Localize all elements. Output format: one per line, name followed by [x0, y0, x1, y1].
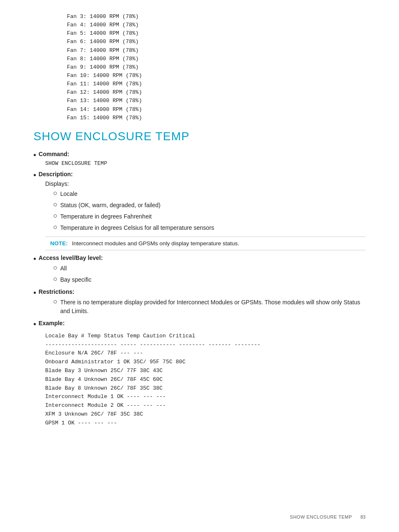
access-section: • Access level/Bay level: AllBay specifi… [33, 254, 366, 284]
page-footer: SHOW ENCLOSURE TEMP 83 [290, 514, 366, 519]
fan-list-item: Fan 5: 14000 RPM (78%) [67, 29, 366, 38]
table-row: Interconnect Module 2 OK ---- --- --- [45, 401, 366, 410]
description-text: Displays: [45, 180, 366, 187]
command-label: • Command: [33, 151, 366, 159]
example-table: Locale Bay # Temp Status Temp Caution Cr… [45, 332, 366, 428]
table-row: Interconnect Module 1 OK ---- --- --- [45, 393, 366, 401]
footer-page: 83 [361, 514, 366, 519]
command-value: SHOW ENCLOSURE TEMP [45, 160, 366, 167]
list-item: Temperature in degrees Fahrenheit [54, 212, 366, 221]
footer-label: SHOW ENCLOSURE TEMP [290, 514, 352, 519]
access-list: AllBay specific [54, 264, 366, 284]
fan-list-item: Fan 15: 14000 RPM (78%) [67, 114, 366, 122]
fan-list-item: Fan 13: 14000 RPM (78%) [67, 97, 366, 105]
bullet-dot-access: • [33, 255, 36, 262]
command-content: SHOW ENCLOSURE TEMP [45, 160, 366, 167]
table-row: Onboard Administrator 1 OK 35C/ 95F 75C … [45, 358, 366, 367]
bullet-dot-restrictions: • [33, 289, 36, 296]
fan-list-item: Fan 14: 14000 RPM (78%) [67, 105, 366, 114]
fan-list-item: Fan 11: 14000 RPM (78%) [67, 80, 366, 88]
table-row: GPSM 1 OK ---- --- --- [45, 419, 366, 428]
description-content: Displays: LocaleStatus (OK, warm, degrad… [45, 180, 366, 250]
circle-bullet-icon [54, 192, 57, 195]
circle-bullet-icon [54, 226, 57, 229]
table-row: Blade Bay 3 Unknown 25C/ 77F 38C 43C [45, 367, 366, 375]
access-label: • Access level/Bay level: [33, 254, 366, 262]
note-text: Interconnect modules and GPSMs only disp… [72, 240, 239, 247]
note-box: NOTE: Interconnect modules and GPSMs onl… [45, 236, 366, 250]
list-item: Locale [54, 190, 366, 198]
circle-bullet-icon [54, 278, 57, 281]
restrictions-section: • Restrictions: There is no temperature … [33, 288, 366, 316]
restrictions-label: • Restrictions: [33, 288, 366, 296]
table-row: Blade Bay 8 Unknown 26C/ 78F 35C 38C [45, 384, 366, 393]
bullet-dot-description: • [33, 171, 36, 179]
table-separator-row: ---------------------- ----- -----------… [45, 341, 366, 350]
note-label: NOTE: [50, 240, 68, 247]
table-row: Enclosure N/A 26C/ 78F --- --- [45, 349, 366, 358]
list-item: Bay specific [54, 275, 366, 284]
circle-bullet-icon [54, 266, 57, 270]
table-data-rows: Enclosure N/A 26C/ 78F --- ---Onboard Ad… [45, 349, 366, 427]
example-label: • Example: [33, 320, 366, 328]
fan-list: Fan 3: 14000 RPM (78%)Fan 4: 14000 RPM (… [67, 13, 366, 122]
fan-list-item: Fan 10: 14000 RPM (78%) [67, 72, 366, 80]
bullet-dot-example: • [33, 320, 36, 328]
description-section: • Description: Displays: LocaleStatus (O… [33, 171, 366, 250]
circle-bullet-icon [54, 214, 57, 218]
circle-bullet-icon [54, 203, 57, 206]
description-label: • Description: [33, 171, 366, 179]
fan-list-item: Fan 12: 14000 RPM (78%) [67, 88, 366, 97]
table-row: XFM 3 Unknown 26C/ 78F 35C 38C [45, 410, 366, 419]
example-content: Locale Bay # Temp Status Temp Caution Cr… [45, 332, 366, 428]
fan-list-item: Fan 9: 14000 RPM (78%) [67, 63, 366, 72]
fan-list-item: Fan 7: 14000 RPM (78%) [67, 46, 366, 55]
section-title: SHOW ENCLOSURE TEMP [33, 130, 366, 143]
fan-list-item: Fan 4: 14000 RPM (78%) [67, 21, 366, 29]
example-section: • Example: Locale Bay # Temp Status Temp… [33, 320, 366, 428]
fan-list-item: Fan 3: 14000 RPM (78%) [67, 13, 366, 21]
table-row: Blade Bay 4 Unknown 26C/ 78F 45C 60C [45, 375, 366, 384]
fan-list-item: Fan 6: 14000 RPM (78%) [67, 38, 366, 46]
restrictions-list: There is no temperature display provided… [54, 298, 366, 316]
list-item: Status (OK, warm, degraded, or failed) [54, 201, 366, 210]
access-content: AllBay specific [45, 264, 366, 284]
restrictions-content: There is no temperature display provided… [45, 298, 366, 316]
fan-list-item: Fan 8: 14000 RPM (78%) [67, 55, 366, 63]
list-item: Temperature in degrees Celsius for all t… [54, 224, 366, 232]
bullet-dot-command: • [33, 151, 36, 159]
table-header-row: Locale Bay # Temp Status Temp Caution Cr… [45, 332, 366, 341]
description-list: LocaleStatus (OK, warm, degraded, or fai… [54, 190, 366, 232]
command-section: • Command: SHOW ENCLOSURE TEMP [33, 151, 366, 167]
circle-bullet-icon [54, 300, 57, 303]
list-item: All [54, 264, 366, 273]
list-item: There is no temperature display provided… [54, 298, 366, 316]
